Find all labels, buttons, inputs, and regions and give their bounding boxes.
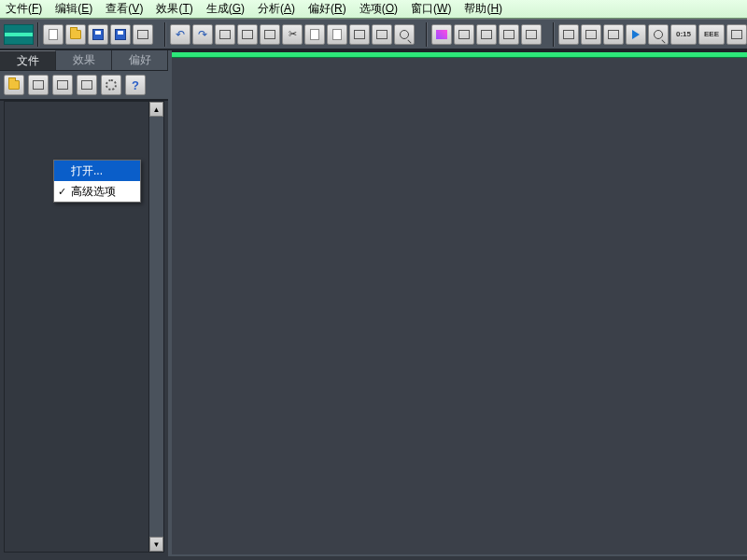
side-toolbar: ? [0, 71, 168, 101]
side-tab-label: 偏好 [129, 52, 151, 68]
cut-button[interactable]: ✂ [282, 24, 303, 45]
toolbar-separator [426, 22, 428, 47]
eee-button[interactable]: EEE [698, 24, 725, 45]
file-list-panel[interactable]: ▲ ▼ 打开... ✓ 高级选项 [4, 101, 164, 553]
side-open-button[interactable] [4, 75, 24, 95]
window-c-button[interactable] [603, 24, 624, 45]
menu-window[interactable]: 窗口(W) [411, 1, 451, 17]
rect-icon [376, 30, 388, 39]
side-inbox-button[interactable] [28, 75, 49, 95]
mix-icon [354, 30, 365, 39]
side-settings-button[interactable] [101, 75, 121, 95]
side-tab-file[interactable]: 文件 [0, 50, 56, 70]
side-tab-effects[interactable]: 效果 [56, 50, 112, 70]
side-tab-label: 效果 [73, 52, 95, 68]
menubar: 文件(F) 编辑(E) 查看(V) 效果(T) 生成(G) 分析(A) 偏好(R… [0, 0, 747, 19]
document-icon [49, 29, 58, 40]
window-icon [563, 30, 574, 39]
redo-button[interactable]: ↷ [192, 24, 213, 45]
panel-scrollbar[interactable]: ▲ ▼ [148, 102, 163, 552]
scroll-up-button[interactable]: ▲ [149, 102, 163, 117]
context-menu-open[interactable]: 打开... [54, 161, 140, 181]
view-icon [458, 30, 470, 39]
paste-button[interactable] [327, 24, 347, 45]
context-menu: 打开... ✓ 高级选项 [53, 160, 141, 203]
toolbar-separator [37, 22, 39, 47]
mix-paste-button[interactable] [349, 24, 370, 45]
menu-edit[interactable]: 编辑(E) [55, 1, 92, 17]
menu-prefs[interactable]: 偏好(R) [308, 1, 346, 17]
tool-icon [81, 80, 92, 90]
new-button[interactable] [43, 24, 63, 45]
menu-generate[interactable]: 生成(G) [206, 1, 245, 17]
undo-button[interactable]: ↶ [170, 24, 190, 45]
main-toolbar: ↶ ↷ ✂ 0:15 EEE [0, 19, 747, 50]
waveform-canvas[interactable] [172, 50, 747, 556]
tool-b-button[interactable] [237, 24, 258, 45]
side-tab-prefs[interactable]: 偏好 [112, 50, 168, 70]
tool-icon [57, 80, 68, 90]
gear-spark-icon [106, 79, 117, 91]
play-button[interactable] [626, 24, 646, 45]
save-all-icon [115, 29, 126, 40]
redo-icon: ↷ [198, 28, 207, 41]
tool-d-button[interactable] [372, 24, 392, 45]
save-button[interactable] [88, 24, 108, 45]
menu-view[interactable]: 查看(V) [106, 1, 143, 17]
rect-icon [264, 30, 275, 39]
rect-icon [242, 30, 253, 39]
open-button[interactable] [65, 24, 86, 45]
search-icon [400, 30, 409, 39]
eee-label: EEE [704, 30, 719, 38]
properties-button[interactable] [133, 24, 153, 45]
zoom-icon [654, 30, 663, 39]
tool-a-button[interactable] [215, 24, 235, 45]
tool-c-button[interactable] [260, 24, 280, 45]
context-menu-label: 打开... [71, 163, 103, 179]
toolbar-separator [164, 22, 166, 47]
view-icon [503, 30, 514, 39]
effect-button[interactable] [431, 24, 452, 45]
effect-icon [436, 30, 447, 39]
copy-button[interactable] [304, 24, 325, 45]
play-icon [632, 30, 640, 39]
menu-options[interactable]: 选项(O) [359, 1, 398, 17]
rect-icon [219, 30, 231, 39]
window-b-button[interactable] [581, 24, 601, 45]
menu-effects[interactable]: 效果(T) [156, 1, 192, 17]
timeline-ruler[interactable] [172, 52, 747, 58]
scroll-down-button[interactable]: ▼ [149, 537, 163, 552]
view-a-button[interactable] [454, 24, 474, 45]
menu-file[interactable]: 文件(F) [6, 1, 42, 17]
menu-analyze[interactable]: 分析(A) [258, 1, 295, 17]
time-label: 0:15 [676, 30, 691, 38]
view-d-button[interactable] [521, 24, 542, 45]
side-tabs: 文件 效果 偏好 [0, 50, 168, 71]
view-c-button[interactable] [499, 24, 519, 45]
tool-e-button[interactable] [726, 24, 747, 45]
view-icon [526, 30, 537, 39]
context-menu-label: 高级选项 [71, 184, 116, 200]
search-button[interactable] [394, 24, 415, 45]
app-logo-button[interactable] [4, 24, 34, 45]
left-panel: 文件 效果 偏好 ? ▲ ▼ 打开... ✓ 高级选 [0, 50, 172, 556]
side-tool-a-button[interactable] [52, 75, 73, 95]
check-icon: ✓ [58, 186, 66, 198]
waveform-icon [5, 33, 33, 36]
time-display-button[interactable]: 0:15 [670, 24, 697, 45]
side-tab-label: 文件 [17, 53, 39, 69]
view-icon [481, 30, 492, 39]
view-b-button[interactable] [476, 24, 497, 45]
folder-icon [70, 30, 81, 39]
window-a-button[interactable] [558, 24, 579, 45]
side-help-button[interactable]: ? [125, 75, 146, 95]
context-menu-advanced[interactable]: ✓ 高级选项 [54, 181, 140, 202]
toolbar-separator [553, 22, 555, 47]
side-tool-b-button[interactable] [77, 75, 97, 95]
main-area: 文件 效果 偏好 ? ▲ ▼ 打开... ✓ 高级选 [0, 50, 747, 556]
window-icon [585, 30, 597, 39]
save-all-button[interactable] [110, 24, 131, 45]
menu-help[interactable]: 帮助(H) [464, 1, 502, 17]
window-icon [608, 30, 619, 39]
zoom-button[interactable] [648, 24, 669, 45]
